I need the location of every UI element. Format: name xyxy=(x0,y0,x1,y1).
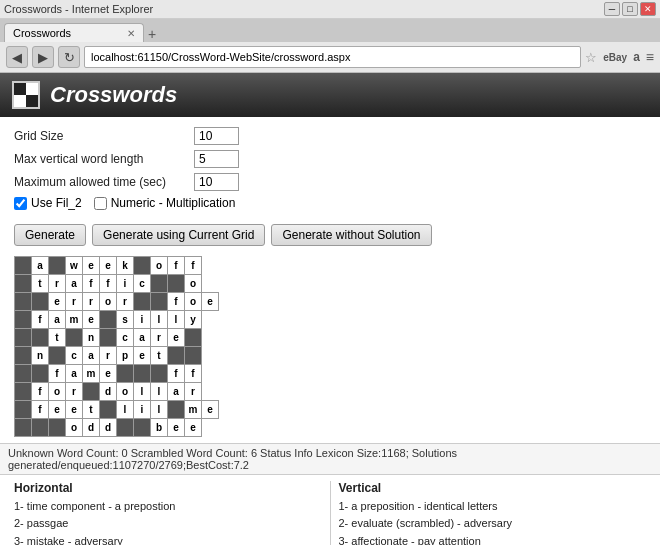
ebay-icon[interactable]: eBay xyxy=(603,52,627,63)
grid-cell: l xyxy=(151,311,168,329)
grid-cell: n xyxy=(32,347,49,365)
grid-cell: e xyxy=(168,419,185,437)
back-button[interactable]: ◀ xyxy=(6,46,28,68)
max-time-input[interactable] xyxy=(194,173,239,191)
tab-title: Crosswords xyxy=(13,27,121,39)
grid-cell: l xyxy=(117,401,134,419)
tab-close-icon[interactable]: ✕ xyxy=(127,28,135,39)
grid-cell xyxy=(185,329,202,347)
grid-cell: f xyxy=(100,275,117,293)
grid-cell xyxy=(168,401,185,419)
grid-cell xyxy=(100,401,117,419)
grid-cell: w xyxy=(66,257,83,275)
grid-cell: f xyxy=(168,365,185,383)
horizontal-title: Horizontal xyxy=(14,481,322,495)
logo-cell-bl xyxy=(14,95,26,107)
grid-cell: m xyxy=(66,311,83,329)
grid-cell xyxy=(168,275,185,293)
grid-cell xyxy=(151,365,168,383)
title-bar-text: Crosswords - Internet Explorer xyxy=(4,3,604,15)
grid-cell xyxy=(134,293,151,311)
grid-cell xyxy=(151,275,168,293)
minimize-button[interactable]: ─ xyxy=(604,2,620,16)
grid-cell: e xyxy=(83,257,100,275)
new-tab-button[interactable]: + xyxy=(148,26,156,42)
grid-cell: e xyxy=(100,365,117,383)
grid-cell xyxy=(49,419,66,437)
grid-cell: l xyxy=(151,383,168,401)
grid-cell: a xyxy=(66,275,83,293)
crossword-logo xyxy=(12,81,40,109)
clue-item: 3- mistake - adversary xyxy=(14,534,322,545)
grid-cell: f xyxy=(83,275,100,293)
maximize-button[interactable]: □ xyxy=(622,2,638,16)
grid-cell: o xyxy=(151,257,168,275)
grid-cell: c xyxy=(134,275,151,293)
grid-cell xyxy=(15,311,32,329)
grid-cell: f xyxy=(32,383,49,401)
grid-cell: e xyxy=(202,293,219,311)
grid-cell xyxy=(32,329,49,347)
grid-cell: l xyxy=(168,311,185,329)
max-vertical-input[interactable] xyxy=(194,150,239,168)
max-time-label: Maximum allowed time (sec) xyxy=(14,175,194,189)
grid-cell xyxy=(15,401,32,419)
generate-current-button[interactable]: Generate using Current Grid xyxy=(92,224,265,246)
grid-cell: a xyxy=(49,311,66,329)
favorites-icon[interactable]: ☆ xyxy=(585,50,597,65)
grid-cell xyxy=(49,257,66,275)
grid-cell: k xyxy=(117,257,134,275)
max-vertical-label: Max vertical word length xyxy=(14,152,194,166)
clue-item: 3- affectionate - pay attention xyxy=(339,534,647,545)
grid-cell: r xyxy=(83,293,100,311)
grid-cell: t xyxy=(151,347,168,365)
browser-tab[interactable]: Crosswords ✕ xyxy=(4,23,144,42)
amazon-icon[interactable]: a xyxy=(633,50,640,64)
window-controls: ─ □ ✕ xyxy=(604,2,656,16)
grid-cell: i xyxy=(117,275,134,293)
grid-cell: e xyxy=(49,401,66,419)
grid-cell: f xyxy=(49,365,66,383)
checkbox1-label[interactable]: Use Fil_2 xyxy=(14,196,82,210)
grid-cell: f xyxy=(32,311,49,329)
grid-cell: e xyxy=(49,293,66,311)
grid-size-label: Grid Size xyxy=(14,129,194,143)
grid-cell xyxy=(15,257,32,275)
generate-no-solution-button[interactable]: Generate without Solution xyxy=(271,224,431,246)
checkbox2-label[interactable]: Numeric - Multiplication xyxy=(94,196,236,210)
grid-cell: o xyxy=(49,383,66,401)
grid-cell: a xyxy=(134,329,151,347)
grid-cell: o xyxy=(100,293,117,311)
max-vertical-row: Max vertical word length xyxy=(14,150,646,168)
address-bar[interactable] xyxy=(84,46,581,68)
status-bar: Unknown Word Count: 0 Scrambled Word Cou… xyxy=(0,443,660,475)
grid-cell: p xyxy=(117,347,134,365)
generate-button[interactable]: Generate xyxy=(14,224,86,246)
forward-button[interactable]: ▶ xyxy=(32,46,54,68)
grid-cell xyxy=(32,293,49,311)
grid-cell: o xyxy=(117,383,134,401)
clues-divider xyxy=(330,481,331,545)
grid-cell xyxy=(66,329,83,347)
grid-cell xyxy=(151,293,168,311)
grid-cell: r xyxy=(100,347,117,365)
grid-cell: f xyxy=(185,365,202,383)
grid-size-input[interactable] xyxy=(194,127,239,145)
numeric-multiplication-checkbox[interactable] xyxy=(94,197,107,210)
crossword-grid: aweekofftrafficoerrorfoefamesillytncaren… xyxy=(14,256,219,437)
grid-cell: m xyxy=(185,401,202,419)
grid-cell: e xyxy=(168,329,185,347)
refresh-button[interactable]: ↻ xyxy=(58,46,80,68)
nav-icons: ☆ eBay a ≡ xyxy=(585,49,654,65)
page-title: Crosswords xyxy=(50,82,177,108)
tab-bar: Crosswords ✕ + xyxy=(0,19,660,42)
grid-cell: r xyxy=(66,293,83,311)
grid-cell: f xyxy=(168,293,185,311)
close-button[interactable]: ✕ xyxy=(640,2,656,16)
grid-cell xyxy=(15,347,32,365)
use-fil2-checkbox[interactable] xyxy=(14,197,27,210)
grid-cell: l xyxy=(134,383,151,401)
grid-cell: o xyxy=(185,293,202,311)
logo-cell-tr xyxy=(26,83,38,95)
menu-icon[interactable]: ≡ xyxy=(646,49,654,65)
